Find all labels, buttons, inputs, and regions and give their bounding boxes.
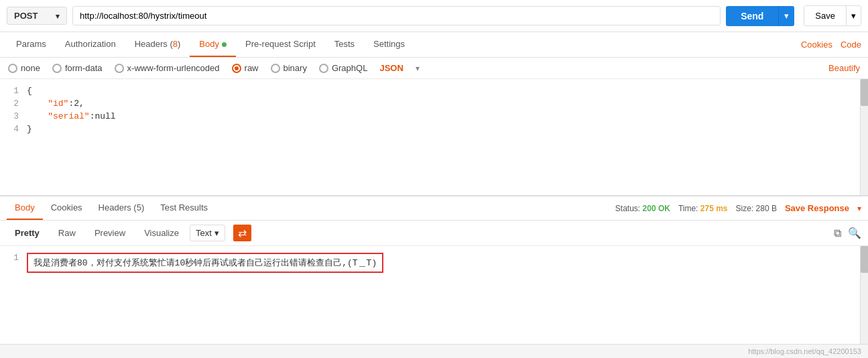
save-response-button[interactable]: Save Response	[785, 203, 849, 213]
tab-pre-request[interactable]: Pre-request Script	[236, 32, 325, 57]
line-content-2: "id":2,	[27, 99, 868, 109]
graphql-label: GraphQL	[332, 63, 367, 73]
resp-line-1: 1 我是消费者80，对付支付系统繁忙请10秒钟后再试或者自己运行出错请检查自己,…	[0, 251, 865, 274]
tab-body[interactable]: Body	[190, 32, 236, 57]
form-data-option[interactable]: form-data	[52, 63, 103, 73]
line-num-1: 1	[0, 86, 27, 96]
urlencoded-radio[interactable]	[115, 64, 124, 73]
tab-tests[interactable]: Tests	[325, 32, 364, 57]
line-num-4: 4	[0, 124, 27, 134]
line-content-1: {	[27, 86, 868, 96]
resp-line-text: 我是消费者80，对付支付系统繁忙请10秒钟后再试或者自己运行出错请检查自己,(T…	[27, 253, 865, 273]
binary-radio[interactable]	[271, 64, 280, 73]
method-label: POST	[14, 11, 38, 21]
code-line-2: 2 "id":2,	[0, 97, 868, 110]
graphql-option[interactable]: GraphQL	[319, 63, 367, 73]
text-format-label: Text	[196, 228, 212, 238]
text-format-chevron-icon: ▾	[214, 228, 219, 238]
graphql-radio[interactable]	[319, 64, 328, 73]
time-label: Time: 275 ms	[678, 204, 728, 213]
resp-tab-cookies[interactable]: Cookies	[43, 196, 90, 220]
resp-tab-test-results[interactable]: Test Results	[152, 196, 216, 220]
resp-tab-body[interactable]: Body	[7, 196, 43, 220]
response-format-row: Pretty Raw Preview Visualize Text ▾ ⇄ ⧉ …	[0, 221, 868, 246]
save-btn-group: Save ▾	[804, 5, 861, 26]
urlencoded-label: x-www-form-urlencoded	[127, 63, 220, 73]
binary-label: binary	[284, 63, 307, 73]
code-line-3: 3 "serial":null	[0, 110, 868, 123]
body-label: Body	[199, 39, 219, 49]
save-response-dropdown-icon[interactable]: ▾	[857, 204, 861, 213]
time-value: 275 ms	[700, 204, 728, 213]
binary-option[interactable]: binary	[271, 63, 307, 73]
size-value: 280 B	[756, 204, 777, 213]
size-label: Size: 280 B	[736, 204, 777, 213]
send-dropdown-button[interactable]: ▾	[778, 6, 794, 26]
line-content-4: }	[27, 124, 868, 134]
resp-headers-label: Headers	[99, 202, 131, 213]
save-dropdown-button[interactable]: ▾	[846, 6, 861, 25]
wrap-icon[interactable]: ⇄	[233, 225, 251, 241]
method-chevron-icon	[56, 11, 60, 21]
code-line-4: 4 }	[0, 123, 868, 135]
request-tabs-row: Params Authorization Headers (8) Body Pr…	[0, 32, 868, 58]
urlencoded-option[interactable]: x-www-form-urlencoded	[115, 63, 220, 73]
none-label: none	[21, 63, 40, 73]
line-content-3: "serial":null	[27, 111, 868, 121]
cookies-link[interactable]: Cookies	[801, 33, 832, 56]
body-type-row: none form-data x-www-form-urlencoded raw…	[0, 58, 868, 79]
send-btn-group: Send ▾	[726, 6, 794, 26]
bottom-bar: https://blog.csdn.net/qq_42200153	[0, 344, 868, 358]
line-num-2: 2	[0, 99, 27, 109]
editor-scrollbar[interactable]	[860, 79, 868, 195]
main-container: POST Send ▾ Save ▾ Params Authorization …	[0, 0, 868, 358]
text-format-dropdown[interactable]: Text ▾	[190, 225, 225, 241]
tab-settings[interactable]: Settings	[364, 32, 414, 57]
search-icon[interactable]: 🔍	[848, 227, 861, 239]
raw-option[interactable]: raw	[232, 63, 259, 73]
tab-authorization[interactable]: Authorization	[56, 32, 125, 57]
response-status-area: Status: 200 OK Time: 275 ms Size: 280 B …	[615, 203, 861, 213]
response-content: 1 我是消费者80，对付支付系统繁忙请10秒钟后再试或者自己运行出错请检查自己,…	[0, 246, 868, 344]
response-tabs-row: Body Cookies Headers (5) Test Results St…	[0, 196, 868, 221]
watermark-text: https://blog.csdn.net/qq_42200153	[748, 347, 861, 355]
resp-scrollbar[interactable]	[860, 246, 868, 344]
headers-count: 8	[173, 39, 178, 49]
beautify-button[interactable]: Beautify	[828, 63, 860, 73]
url-input[interactable]	[72, 6, 721, 25]
form-data-label: form-data	[65, 63, 103, 73]
code-link[interactable]: Code	[841, 33, 861, 56]
resp-tab-headers[interactable]: Headers (5)	[90, 196, 153, 220]
method-select[interactable]: POST	[7, 7, 67, 25]
none-radio[interactable]	[8, 64, 17, 73]
tab-params[interactable]: Params	[7, 32, 56, 57]
fmt-tab-pretty[interactable]: Pretty	[7, 225, 48, 241]
form-data-radio[interactable]	[52, 64, 62, 73]
raw-label: raw	[245, 63, 259, 73]
headers-label: Headers	[135, 39, 168, 49]
tab-headers[interactable]: Headers (8)	[125, 32, 190, 57]
save-button[interactable]: Save	[804, 6, 846, 25]
resp-line-num-1: 1	[0, 253, 27, 273]
none-option[interactable]: none	[8, 63, 40, 73]
raw-radio[interactable]	[232, 64, 241, 73]
code-line-1: 1 {	[0, 84, 868, 97]
fmt-tab-preview[interactable]: Preview	[86, 225, 133, 241]
editor-scrollbar-thumb[interactable]	[861, 79, 868, 106]
code-editor[interactable]: 1 { 2 "id":2, 3 "serial":null 4 }	[0, 79, 868, 196]
send-button[interactable]: Send	[726, 6, 778, 26]
resp-headers-count: 5	[137, 202, 141, 213]
url-bar: POST Send ▾ Save ▾	[0, 0, 868, 32]
fmt-tab-visualize[interactable]: Visualize	[136, 225, 187, 241]
response-highlighted-text: 我是消费者80，对付支付系统繁忙请10秒钟后再试或者自己运行出错请检查自己,(T…	[27, 253, 383, 273]
copy-icon[interactable]: ⧉	[834, 227, 841, 239]
format-label[interactable]: JSON	[379, 63, 403, 73]
fmt-tab-raw[interactable]: Raw	[50, 225, 84, 241]
format-dropdown-icon[interactable]: ▾	[416, 64, 420, 73]
response-format-right: ⧉ 🔍	[834, 227, 861, 239]
status-label: Status: 200 OK	[615, 204, 670, 213]
body-dot-icon	[222, 42, 227, 47]
line-num-3: 3	[0, 111, 27, 121]
status-value: 200 OK	[643, 204, 670, 213]
resp-scrollbar-thumb[interactable]	[861, 246, 868, 273]
